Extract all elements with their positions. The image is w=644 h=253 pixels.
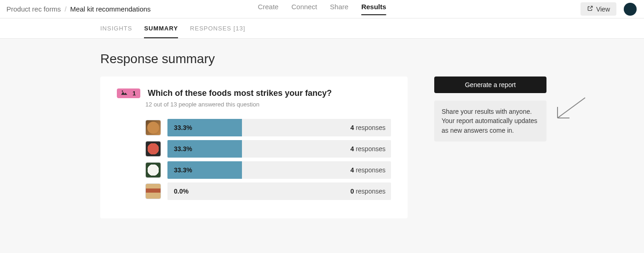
summary-card: 1 Which of these foods most strikes your…	[100, 76, 408, 218]
external-link-icon	[587, 5, 593, 13]
nav-connect[interactable]: Connect	[291, 3, 317, 15]
response-bar: 33.3%4 responses	[167, 161, 391, 179]
response-bar-fill: 33.3%	[167, 119, 242, 136]
svg-point-0	[122, 90, 123, 92]
response-count: 4 responses	[351, 145, 385, 153]
option-thumbnail	[145, 183, 161, 199]
response-bar-fill: 33.3%	[167, 140, 242, 158]
response-bar-fill: 33.3%	[167, 161, 242, 179]
page-title: Response summary	[100, 52, 644, 66]
nav-results[interactable]: Results	[361, 3, 386, 15]
view-button-label: View	[596, 6, 610, 13]
response-bar: 0.0%0 responses	[167, 182, 391, 200]
breadcrumb-separator: /	[64, 5, 66, 13]
image-icon	[121, 90, 128, 97]
view-button[interactable]: View	[581, 2, 616, 16]
option-row: 33.3%4 responses	[145, 161, 391, 179]
breadcrumb-parent[interactable]: Product rec forms	[6, 5, 61, 13]
response-count: 0 responses	[351, 188, 385, 195]
response-bar: 33.3%4 responses	[167, 119, 391, 136]
question-number: 1	[132, 90, 136, 97]
question-header: 1 Which of these foods most strikes your…	[117, 88, 391, 98]
tab-summary[interactable]: SUMMARY	[144, 25, 178, 38]
summary-sidebar: Generate a report Share your results wit…	[434, 76, 546, 141]
tab-responses[interactable]: RESPONSES [13]	[190, 25, 245, 38]
option-thumbnail	[145, 141, 161, 157]
results-subtabs: INSIGHTS SUMMARY RESPONSES [13]	[0, 18, 644, 39]
top-header: Product rec forms / Meal kit recommendat…	[0, 0, 644, 18]
main-nav: Create Connect Share Results	[258, 3, 386, 15]
report-info-box: Share your results with anyone. Your rep…	[434, 100, 546, 141]
content-row: 1 Which of these foods most strikes your…	[100, 76, 644, 218]
response-bar: 33.3%4 responses	[167, 140, 391, 158]
avatar[interactable]	[624, 3, 637, 16]
options-list: 33.3%4 responses33.3%4 responses33.3%4 r…	[145, 119, 391, 200]
response-count: 4 responses	[351, 124, 385, 131]
option-thumbnail	[145, 162, 161, 178]
question-type-badge: 1	[117, 88, 140, 98]
question-subtext: 12 out of 13 people answered this questi…	[145, 101, 391, 108]
option-row: 33.3%4 responses	[145, 119, 391, 136]
question-title: Which of these foods most strikes your f…	[148, 88, 332, 98]
breadcrumb: Product rec forms / Meal kit recommendat…	[6, 5, 151, 13]
breadcrumb-current: Meal kit recommendations	[70, 5, 151, 13]
response-count: 4 responses	[351, 166, 385, 174]
header-right: View	[581, 2, 637, 16]
response-percent-label: 0.0%	[167, 188, 189, 195]
main-canvas: Response summary 1 Which of these foods …	[0, 39, 644, 253]
tab-insights[interactable]: INSIGHTS	[100, 25, 132, 38]
nav-share[interactable]: Share	[330, 3, 348, 15]
generate-report-button[interactable]: Generate a report	[434, 76, 546, 93]
nav-create[interactable]: Create	[258, 3, 278, 15]
option-thumbnail	[145, 120, 161, 135]
option-row: 33.3%4 responses	[145, 140, 391, 158]
option-row: 0.0%0 responses	[145, 182, 391, 200]
